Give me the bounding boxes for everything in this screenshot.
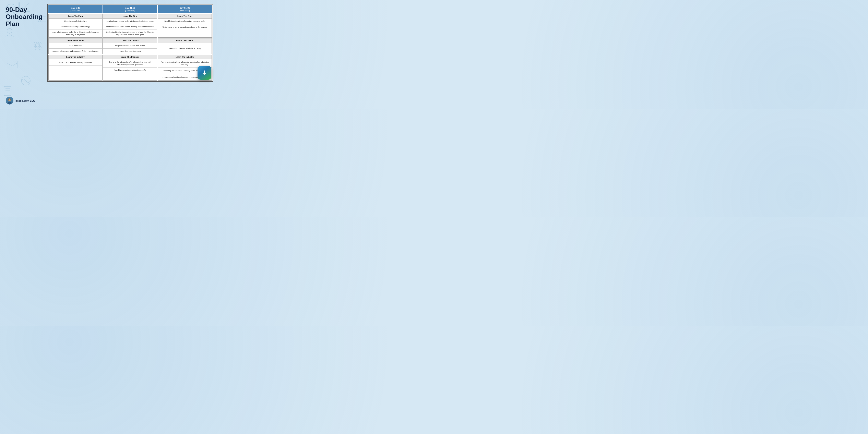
branding-label: kitces.com LLC xyxy=(16,99,35,102)
branding: kitces.com LLC xyxy=(6,93,41,104)
clients-2-item-1: Respond to client emails with review xyxy=(103,43,157,49)
industry-1-item-3 xyxy=(49,73,102,80)
clients-1-item-1: CC'd on emails xyxy=(49,43,102,49)
clients-header-1: Learn The Clients xyxy=(49,38,102,43)
main-area: Day 1-30 [Date-Date] Day 31-60 [Date-Dat… xyxy=(45,0,217,86)
industry-2-item-2: Enroll in relevant educational course(s) xyxy=(103,67,157,73)
firm-3-item-1: Be able to articulate and prioritize inc… xyxy=(158,19,212,24)
col-header-2: Day 31-60 [Date-Date] xyxy=(103,5,157,13)
firm-header-3: Learn The Firm xyxy=(158,14,212,19)
clients-col-3: Learn The Clients Respond to client emai… xyxy=(158,38,212,54)
section-row-firm: Learn The Firm Meet the people in the fi… xyxy=(49,14,212,38)
column-headers: Day 1-30 [Date-Date] Day 31-60 [Date-Dat… xyxy=(49,5,212,13)
industry-col-2: Learn The Industry Come to the advisor (… xyxy=(103,55,157,81)
clients-col-1: Learn The Clients CC'd on emails Underst… xyxy=(49,38,102,54)
firm-col-3: Learn The Firm Be able to articulate and… xyxy=(158,14,212,38)
avatar xyxy=(6,97,13,104)
industry-2-item-3 xyxy=(103,73,157,80)
col-header-3: Day 61-90 [Date-Date] xyxy=(158,5,212,13)
firm-1-item-1: Meet the people in the firm xyxy=(49,19,102,24)
download-badge[interactable]: ⬇ xyxy=(197,66,211,80)
left-panel: 90-DayOnboardingPlan kitces.com LLC xyxy=(0,0,45,108)
firm-2-item-3: Understand the firm's growth goals, and … xyxy=(103,30,157,37)
download-icon: ⬇ xyxy=(202,70,207,76)
section-row-clients: Learn The Clients CC'd on emails Underst… xyxy=(49,38,212,54)
section-row-industry: Learn The Industry Subscribe to relevant… xyxy=(49,55,212,81)
col-date-1: [Date-Date] xyxy=(49,9,102,12)
svg-point-28 xyxy=(7,102,11,104)
industry-col-1: Learn The Industry Subscribe to relevant… xyxy=(49,55,102,81)
firm-1-item-3: Learn what success looks like in this ro… xyxy=(49,30,102,37)
title-block: 90-DayOnboardingPlan xyxy=(6,6,41,28)
col-header-1: Day 1-30 [Date-Date] xyxy=(49,5,102,13)
firm-2-item-1: Iterating in day-to-day tasks with incre… xyxy=(103,19,157,24)
sections-grid: Learn The Firm Meet the people in the fi… xyxy=(49,14,212,81)
page-title: 90-DayOnboardingPlan xyxy=(6,6,41,28)
clients-2-item-2: Prep client meeting notes xyxy=(103,49,157,54)
col-date-2: [Date-Date] xyxy=(104,9,156,12)
clients-3-item-1: Respond to client emails independently xyxy=(158,43,212,54)
clients-header-2: Learn The Clients xyxy=(103,38,157,43)
clients-col-2: Learn The Clients Respond to client emai… xyxy=(103,38,157,54)
industry-1-item-1: Subscribe to relevant industry resources xyxy=(49,59,102,66)
industry-header-2: Learn The Industry xyxy=(103,55,157,59)
firm-3-item-3 xyxy=(158,30,212,37)
firm-2-item-2: Understand the firm's annual meeting and… xyxy=(103,24,157,30)
outer-border: Day 1-30 [Date-Date] Day 31-60 [Date-Dat… xyxy=(47,4,213,82)
industry-header-1: Learn The Industry xyxy=(49,55,102,59)
col-label-2: Day 31-60 xyxy=(104,6,156,9)
firm-1-item-2: Learn the firm's "why" and strategy xyxy=(49,24,102,30)
industry-1-item-2 xyxy=(49,66,102,73)
firm-col-2: Learn The Firm Iterating in day-to-day t… xyxy=(103,14,157,38)
clients-header-3: Learn The Clients xyxy=(158,38,212,43)
firm-3-item-2: Understand when to escalate questions to… xyxy=(158,24,212,30)
firm-header-2: Learn The Firm xyxy=(103,14,157,19)
col-date-3: [Date-Date] xyxy=(158,9,211,12)
firm-header-1: Learn The Firm xyxy=(49,14,102,19)
industry-2-item-1: Come to the advisor (and/or others in th… xyxy=(103,59,157,67)
clients-1-item-2: Understand the style and structure of cl… xyxy=(49,49,102,54)
col-label-3: Day 61-90 xyxy=(158,6,211,9)
industry-header-3: Learn The Industry xyxy=(158,55,212,59)
col-label-1: Day 1-30 xyxy=(49,6,102,9)
firm-col-1: Learn The Firm Meet the people in the fi… xyxy=(49,14,102,38)
